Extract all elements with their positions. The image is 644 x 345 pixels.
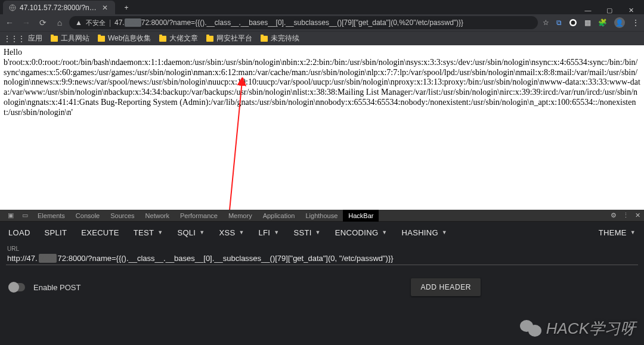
hackbar-hashing-dropdown[interactable]: HASHING▼ xyxy=(402,228,448,237)
folder-icon xyxy=(206,36,213,42)
chevron-down-icon: ▼ xyxy=(274,229,279,235)
chevron-down-icon: ▼ xyxy=(199,229,205,235)
devtools-menu-icon[interactable]: ⋮ xyxy=(623,212,629,219)
chevron-down-icon: ▼ xyxy=(239,229,244,235)
bookmark-folder[interactable]: 工具网站 xyxy=(51,33,89,43)
window-close-button[interactable]: ✕ xyxy=(626,7,636,14)
window-max-button[interactable]: ▢ xyxy=(605,7,614,14)
page-viewport: Hello b'root:x:0:0:root:/root:/bin/bash\… xyxy=(0,45,644,209)
hackbar-theme-dropdown[interactable]: THEME▼ xyxy=(599,228,636,237)
hackbar-ssti-dropdown[interactable]: SSTI▼ xyxy=(294,228,321,237)
favicon-icon xyxy=(9,4,16,11)
chevron-down-icon: ▼ xyxy=(442,229,447,235)
ublock-icon[interactable]: ▦ xyxy=(584,18,591,27)
window-min-button[interactable]: — xyxy=(583,7,593,14)
hackbar-url-label: URL xyxy=(6,243,638,252)
hackbar-test-dropdown[interactable]: TEST▼ xyxy=(134,228,163,237)
bookmark-folder[interactable]: Web信息收集 xyxy=(98,33,151,43)
hackbar-lower-row: Enable POST ADD HEADER xyxy=(0,269,644,296)
hackbar-url-input[interactable]: http://47.XXX72:8000/?name={{().__class_… xyxy=(6,252,638,265)
browser-chrome: 47.101.57.72:8000/?name={{(). ✕ + — ▢ ✕ … xyxy=(0,0,644,45)
hackbar-execute-button[interactable]: EXECUTE xyxy=(81,228,119,237)
reader-icon[interactable]: ⧉ xyxy=(556,18,562,27)
tab-title: 47.101.57.72:8000/?name={{(). xyxy=(20,4,97,12)
svg-point-2 xyxy=(571,21,575,25)
profile-avatar[interactable]: 👤 xyxy=(614,17,625,28)
devtools-tab-memory[interactable]: Memory xyxy=(223,210,258,222)
devtools-tab-performance[interactable]: Performance xyxy=(175,210,223,222)
hackbar-xss-dropdown[interactable]: XSS▼ xyxy=(219,228,244,237)
new-tab-button[interactable]: + xyxy=(120,1,133,14)
devtools-tab-console[interactable]: Console xyxy=(70,210,105,222)
hackbar-split-button[interactable]: SPLIT xyxy=(45,228,67,237)
tab-close-icon[interactable]: ✕ xyxy=(101,4,109,12)
window-controls: — ▢ ✕ xyxy=(583,5,644,14)
omnibox[interactable]: ▲ 不安全 | 47.XXX72:8000/?name={{().__class… xyxy=(69,16,538,29)
wechat-icon xyxy=(520,320,541,338)
passwd-dump-text: b'root:x:0:0:root:/root:/bin/bash\ndaemo… xyxy=(4,58,640,118)
chevron-down-icon: ▼ xyxy=(630,229,636,235)
add-header-button[interactable]: ADD HEADER xyxy=(411,278,481,296)
bookmark-folder[interactable]: 大佬文章 xyxy=(159,33,198,43)
devtools-tab-hackbar[interactable]: HackBar xyxy=(343,210,379,222)
back-button[interactable]: ← xyxy=(5,18,14,27)
home-button[interactable]: ⌂ xyxy=(55,18,64,27)
folder-icon xyxy=(98,36,105,42)
watermark-text: HACK学习呀 xyxy=(546,318,636,339)
nav-buttons: ← → ⟳ ⌂ xyxy=(5,18,64,27)
watermark: HACK学习呀 xyxy=(520,318,636,339)
browser-tab[interactable]: 47.101.57.72:8000/?name={{(). ✕ xyxy=(3,1,115,14)
toolbar-right: ☆ ⧉ ▦ 🧩 👤 ⋮ xyxy=(543,17,639,28)
hackbar-toolbar: LOAD SPLIT EXECUTE TEST▼ SQLI▼ XSS▼ LFI▼… xyxy=(0,222,644,243)
bookmark-star-icon[interactable]: ☆ xyxy=(543,18,549,27)
chevron-down-icon: ▼ xyxy=(382,229,387,235)
device-icon[interactable]: ▭ xyxy=(18,212,32,219)
devtools-tabstrip: ▣ ▭ Elements Console Sources Network Per… xyxy=(0,210,644,222)
apps-label: 应用 xyxy=(28,33,42,43)
enable-post-label: Enable POST xyxy=(33,283,81,292)
chevron-down-icon: ▼ xyxy=(157,229,163,235)
bookmark-folder[interactable]: 未完待续 xyxy=(261,33,299,43)
extensions-icon[interactable]: 🧩 xyxy=(598,18,607,27)
shield-icon[interactable] xyxy=(569,18,577,27)
devtools-tab-application[interactable]: Application xyxy=(258,210,301,222)
devtools-close-icon[interactable]: ✕ xyxy=(635,212,640,219)
inspect-icon[interactable]: ▣ xyxy=(4,212,18,219)
address-bar: ← → ⟳ ⌂ ▲ 不安全 | 47.XXX72:8000/?name={{()… xyxy=(0,14,644,31)
greeting-text: Hello xyxy=(4,48,640,58)
forward-button: → xyxy=(21,18,31,27)
enable-post-toggle[interactable] xyxy=(8,283,25,291)
tab-strip: 47.101.57.72:8000/?name={{(). ✕ + — ▢ ✕ xyxy=(0,0,644,14)
hackbar-url-section: URL http://47.XXX72:8000/?name={{().__cl… xyxy=(0,243,644,269)
url-divider: | xyxy=(109,18,111,27)
chevron-down-icon: ▼ xyxy=(315,229,321,235)
devtools-tab-network[interactable]: Network xyxy=(140,210,175,222)
folder-icon xyxy=(261,36,268,42)
url-text: 47.XXX72:8000/?name={{().__class__.__bas… xyxy=(114,18,463,27)
devtools-tab-elements[interactable]: Elements xyxy=(32,210,70,222)
folder-icon xyxy=(51,36,58,42)
reload-button[interactable]: ⟳ xyxy=(38,18,48,27)
security-label: 不安全 xyxy=(86,18,106,27)
devtools-tab-sources[interactable]: Sources xyxy=(105,210,140,222)
chrome-menu-icon[interactable]: ⋮ xyxy=(632,18,639,27)
bookmark-folder[interactable]: 网安社平台 xyxy=(206,33,252,43)
apps-icon: ⋮⋮⋮ xyxy=(4,35,25,43)
apps-shortcut[interactable]: ⋮⋮⋮ 应用 xyxy=(4,33,42,43)
security-warning-icon: ▲ xyxy=(75,18,82,27)
devtools-settings-icon[interactable]: ⚙ xyxy=(611,212,617,219)
hackbar-sqli-dropdown[interactable]: SQLI▼ xyxy=(177,228,205,237)
hackbar-encoding-dropdown[interactable]: ENCODING▼ xyxy=(335,228,388,237)
folder-icon xyxy=(159,36,166,42)
hackbar-lfi-dropdown[interactable]: LFI▼ xyxy=(259,228,280,237)
devtools-tab-lighthouse[interactable]: Lighthouse xyxy=(300,210,343,222)
hackbar-load-button[interactable]: LOAD xyxy=(8,228,30,237)
bookmarks-bar: ⋮⋮⋮ 应用 工具网站 Web信息收集 大佬文章 网安社平台 未完待续 xyxy=(0,31,644,45)
